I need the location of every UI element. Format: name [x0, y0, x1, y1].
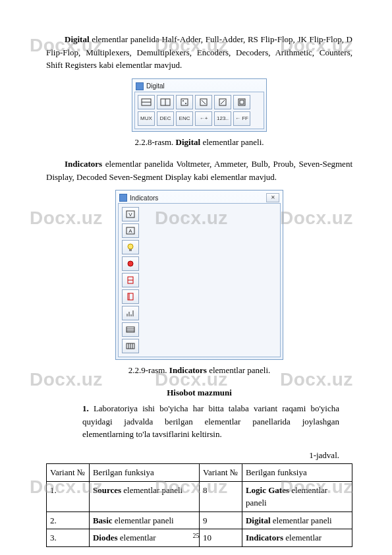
jk-flipflop-icon: [195, 95, 212, 109]
caption-bold: Indicators: [169, 365, 207, 375]
display-icon: [122, 322, 139, 337]
decoded-seven-seg-icon: [122, 289, 139, 304]
table-row: 2. Basic elementlar paneli 9 Digital ele…: [47, 511, 352, 529]
shift-register-icon: ← FF: [233, 111, 250, 126]
watermark: Docx.uz: [280, 204, 353, 232]
paragraph-digital: Digital elementlar panelida Half-Adder, …: [46, 33, 352, 72]
page-number: 25: [0, 531, 392, 540]
d-flipflop-icon: [214, 95, 231, 109]
svg-rect-28: [126, 327, 134, 332]
full-adder-icon: [157, 95, 174, 109]
task-paragraph: 1. Laboratoriya ishi bo'yicha har bitta …: [82, 402, 339, 441]
bold-indicators: Indicators: [65, 159, 102, 169]
bold: Digital: [246, 515, 271, 525]
svg-rect-12: [240, 100, 244, 104]
svg-line-10: [221, 100, 225, 104]
svg-line-8: [202, 100, 206, 104]
svg-point-17: [128, 244, 133, 249]
bold: Sources: [93, 485, 121, 495]
cell: 1.: [47, 481, 90, 511]
caption-pre: 2.2.8-rasm.: [134, 137, 175, 147]
watermark: Docx.uz: [30, 204, 103, 232]
figure-caption-2: 2.2.9-rasm. Indicators elementlar paneli…: [46, 364, 352, 377]
svg-point-6: [185, 103, 186, 104]
panel-title: Indicators: [130, 193, 158, 203]
bold: Basic: [93, 515, 113, 525]
th-func1: Berilgan funksiya: [89, 464, 199, 482]
svg-rect-18: [129, 249, 132, 251]
tool-row: MUX DEC ENC ←+ 123.. ← FF: [138, 111, 261, 126]
text: elementlar paneli: [271, 515, 332, 525]
indicators-panel-figure: Indicators ✕ V A: [115, 190, 283, 360]
paragraph-indicators: Indicators elementlar panelida Voltmeter…: [46, 158, 352, 183]
svg-rect-22: [128, 293, 133, 300]
bold-digital: Digital: [65, 34, 90, 44]
tool-row: [138, 95, 261, 109]
panel-icon: [136, 82, 144, 90]
seven-seg-icon: [122, 273, 139, 287]
caption-post: elementlar paneli.: [200, 137, 264, 147]
task-number: 1.: [82, 403, 89, 413]
text: elementlar paneli: [121, 485, 182, 495]
caption-post: elementlar paneli.: [207, 365, 270, 375]
task-text: Laboratoriya ishi bo'yicha har bitta tal…: [82, 403, 339, 439]
digital-panel-figure: Digital MUX DEC ENC ←+ 123.. ← FF: [132, 78, 267, 132]
svg-point-5: [182, 100, 184, 102]
table-header-row: Variant № Berilgan funksiya Variant № Be…: [47, 464, 352, 482]
svg-point-19: [128, 261, 133, 266]
th-func2: Berilgan funksiya: [242, 464, 352, 482]
panel-title: Digital: [146, 81, 165, 91]
generic-flipflop-icon: [233, 95, 250, 109]
cell: 8: [199, 481, 242, 511]
panel-header: Digital: [134, 81, 264, 92]
text: elementlar panelida Half-Adder, Full-Add…: [46, 34, 352, 70]
cell: Basic elementlar paneli: [89, 511, 199, 529]
panel-header: Indicators ✕: [118, 192, 281, 203]
table-row: 1. Sources elementlar paneli 8 Logic Gat…: [47, 481, 352, 511]
th-variant1: Variant №: [47, 464, 90, 482]
probe-icon: [122, 256, 139, 271]
cell: Sources elementlar paneli: [89, 481, 199, 511]
voltmeter-icon: V: [122, 207, 139, 221]
cell: Logic Gates elementlar paneli: [242, 481, 352, 511]
panel-body: MUX DEC ENC ←+ 123.. ← FF: [134, 92, 264, 129]
enc-icon: ENC: [176, 111, 193, 126]
table-label: 1-jadval.: [46, 449, 339, 462]
th-variant2: Variant №: [199, 464, 242, 482]
caption-pre: 2.2.9-rasm.: [128, 365, 169, 375]
text: elementlar paneli: [113, 515, 174, 525]
buzzer-icon: [122, 339, 139, 353]
rs-flipflop-icon: [176, 95, 193, 109]
close-icon: ✕: [266, 193, 279, 202]
half-adder-icon: [138, 95, 155, 109]
bargraph-icon: [122, 306, 139, 320]
svg-text:V: V: [128, 212, 132, 218]
panel-body: V A: [118, 203, 281, 357]
dec-icon: DEC: [157, 111, 174, 126]
svg-text:A: A: [128, 228, 132, 234]
bold: Logic Gates: [246, 485, 289, 495]
bulb-icon: [122, 240, 139, 254]
panel-icon: [119, 194, 127, 202]
ammeter-icon: A: [122, 223, 139, 238]
cell: Digital elementlar paneli: [242, 511, 352, 529]
cell: 2.: [47, 511, 90, 529]
arithmetic-icon: ←+: [195, 111, 212, 126]
figure-caption-1: 2.2.8-rasm. Digital elementlar paneli.: [46, 136, 352, 149]
caption-bold: Digital: [176, 137, 201, 147]
counter-icon: 123..: [214, 111, 231, 126]
svg-rect-4: [181, 99, 188, 105]
section-heading: Hisobot mazmuni: [46, 386, 352, 399]
mux-icon: MUX: [138, 111, 155, 126]
cell: 9: [199, 511, 242, 529]
